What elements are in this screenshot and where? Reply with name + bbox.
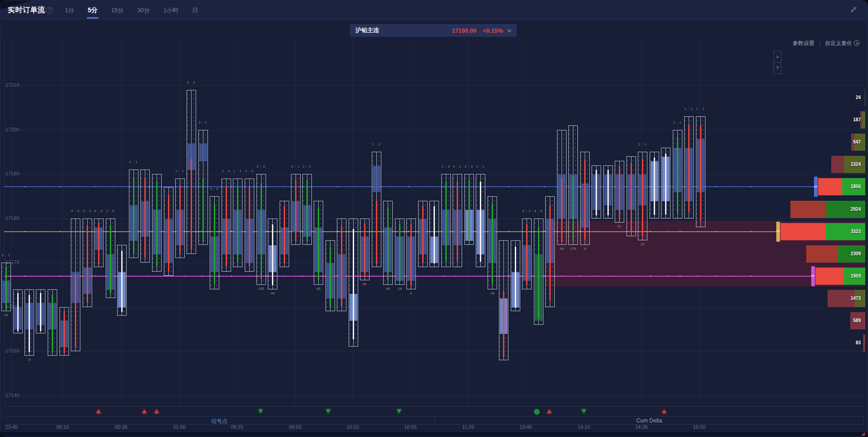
delta-label: -64	[259, 292, 286, 295]
candle-body-line	[284, 206, 285, 263]
footprint-candle	[337, 218, 346, 312]
candle-body-line	[503, 291, 504, 357]
timeframe-tab-1小时[interactable]: 1小时	[163, 1, 179, 20]
signal-red-up	[96, 409, 101, 413]
footprint-candle	[511, 240, 520, 311]
page-title: 实时订单流	[8, 5, 45, 15]
candle-body-line	[688, 125, 690, 213]
signal-red-up	[154, 409, 159, 413]
profile-marker-VAL: VAL	[811, 266, 815, 286]
line-tick-dot	[42, 186, 43, 187]
line-tick-dot	[60, 186, 61, 187]
imbalance-label: 1 : 1	[629, 143, 656, 146]
candle-body-line	[619, 166, 620, 219]
footprint-candle	[441, 174, 451, 267]
candle-body-line	[399, 224, 400, 281]
signal-red-up	[662, 409, 666, 413]
header-bar: 实时订单流 ? 1分5分15分30分1小时日	[0, 0, 868, 20]
line-tick-dot	[355, 186, 356, 187]
candle-body-line	[156, 182, 158, 266]
footprint-candle	[117, 245, 127, 316]
candle-body-line	[133, 177, 134, 253]
candle-body-line	[249, 186, 250, 266]
imbalance-label: 1 : 1	[687, 107, 714, 110]
candle-body-line	[98, 223, 99, 264]
candle-body-line	[596, 170, 597, 216]
line-tick-dot	[320, 186, 321, 187]
profile-marker-POC: POC	[776, 222, 780, 242]
candle-body-line	[261, 184, 262, 279]
profile-volume-value: 24	[856, 95, 861, 100]
footprint-candle	[187, 90, 196, 254]
line-tick-dot	[544, 186, 545, 187]
help-icon[interactable]: ?	[46, 7, 53, 14]
candle-body-line	[515, 247, 516, 308]
price-gridline	[4, 351, 865, 352]
footprint-candle	[268, 218, 277, 289]
footprint-candle	[557, 130, 567, 245]
candle-body-line	[677, 137, 678, 214]
footprint-candle	[291, 174, 301, 245]
timeframe-tab-30分[interactable]: 30分	[137, 1, 151, 20]
resize-handle-icon[interactable]	[861, 432, 865, 436]
candle-body-line	[422, 206, 424, 263]
timeframe-tab-日[interactable]: 日	[191, 1, 199, 20]
candle-body-line	[607, 170, 609, 216]
footprint-candle	[222, 179, 231, 272]
imbalance-label: 1 : 0	[293, 165, 321, 168]
orderflow-panel: 实时订单流 ? 1分5分15分30分1小时日 沪铅主连 17190.00 +0.…	[0, 0, 868, 437]
candle-body-line	[168, 195, 169, 271]
signal-green-down	[326, 409, 330, 413]
candle-body-line	[87, 226, 88, 302]
footprint-candle	[592, 165, 601, 218]
timeframe-tab-15分[interactable]: 15分	[110, 1, 124, 20]
candle-body-line	[29, 295, 30, 352]
delta-label: 4	[397, 292, 424, 295]
price-gridline	[4, 307, 865, 308]
candle-body-line	[480, 182, 481, 262]
x-axis-label: 14:10	[577, 424, 590, 430]
line-tick-dot	[25, 186, 25, 187]
signal-green-down	[258, 409, 263, 413]
line-tick-dot	[408, 186, 409, 187]
collapse-icon[interactable]	[849, 5, 858, 14]
candle-body-line	[179, 185, 181, 254]
footprint-candle	[59, 307, 69, 356]
profile-volume-value: 1959	[851, 273, 861, 278]
line-tick-dot	[337, 186, 338, 187]
profile-sell-bar	[815, 268, 844, 285]
imbalance-label: 2 : 1	[189, 121, 217, 124]
candle-body-line	[526, 224, 528, 285]
orderflow-chart[interactable]: 1721017200171901718017170171601715017140…	[0, 20, 868, 437]
signal-green-down	[397, 409, 401, 413]
footprint-candle	[418, 201, 428, 267]
candle-body-line	[52, 295, 53, 352]
line-tick-dot	[78, 186, 79, 187]
footprint-candle	[372, 152, 381, 267]
candle-body-line	[410, 224, 412, 285]
volume-cluster-cells	[373, 166, 380, 193]
footprint-candle	[25, 289, 34, 356]
delta-label: -9	[15, 358, 43, 361]
timeframe-tab-1分[interactable]: 1分	[64, 1, 75, 20]
line-tick-dot	[526, 186, 527, 187]
imbalance-label: 2 : 0	[236, 169, 263, 173]
delta-label: 26	[629, 243, 656, 246]
x-axis-label: 13:45	[519, 424, 532, 430]
signal-green-down	[582, 409, 586, 413]
footprint-candle	[175, 179, 185, 258]
timeframe-tab-5分[interactable]: 5分	[87, 1, 99, 20]
profile-sell-bar	[790, 201, 826, 218]
profile-sell-bar	[831, 156, 844, 173]
profile-sell-bar	[780, 223, 826, 240]
app-window: 实时订单流 ? 1分5分15分30分1小时日 沪铅主连 17190.00 +0.…	[0, 0, 868, 437]
footprint-candle	[164, 187, 173, 276]
footprint-candle	[684, 116, 694, 218]
signal-points-label[interactable]: 信号点	[4, 417, 434, 425]
cum-delta-label[interactable]: Cum Delta	[434, 417, 864, 424]
footprint-candle	[1, 263, 11, 311]
x-axis-label: 15:00	[693, 424, 705, 430]
footprint-candle	[210, 196, 219, 289]
profile-volume-value: 1324	[851, 162, 861, 167]
time-gridline	[11, 40, 12, 406]
